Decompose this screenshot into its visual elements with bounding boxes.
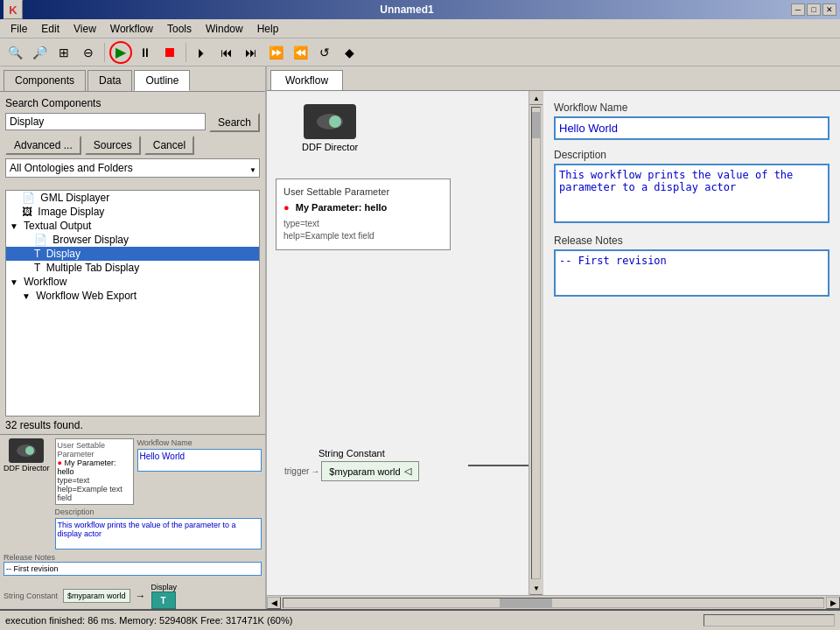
search-input[interactable] bbox=[5, 113, 206, 130]
workflow-release-textarea[interactable]: -- First revision bbox=[554, 249, 830, 297]
string-constant-actor[interactable]: String Constant trigger → $myparam world… bbox=[284, 448, 419, 481]
param-title: User Settable Parameter bbox=[284, 186, 443, 197]
workflow-desc-label: Description bbox=[554, 149, 830, 161]
connection-line bbox=[468, 465, 528, 466]
menu-view[interactable]: View bbox=[66, 21, 103, 37]
step-forward-button[interactable]: ⏵ bbox=[191, 41, 214, 64]
workflow-tabs: Workflow bbox=[267, 66, 840, 91]
param-name-row: ● My Parameter: hello bbox=[284, 202, 443, 213]
scroll-left-button[interactable]: ◀ bbox=[267, 597, 281, 609]
sources-button[interactable]: Sources bbox=[85, 136, 141, 155]
scroll-down-button[interactable]: ▼ bbox=[529, 581, 543, 595]
stop-button[interactable]: ⏹ bbox=[158, 41, 181, 64]
ddf-director-actor[interactable]: DDF Director bbox=[302, 104, 358, 152]
search-area: Search Components Search Advanced ... So… bbox=[0, 92, 265, 190]
scroll-right-button[interactable]: ▶ bbox=[826, 597, 840, 609]
tree-item-browser[interactable]: 📄 Browser Display bbox=[6, 233, 259, 247]
toggle-workflow: ▼ bbox=[10, 277, 18, 287]
tab-components[interactable]: Components bbox=[4, 70, 86, 91]
preview-param-row: User Settable Parameter ● My Parameter: … bbox=[55, 438, 262, 505]
workflow-content: DDF Director User Settable Parameter ● M… bbox=[267, 91, 840, 595]
window-controls: ─ □ ✕ bbox=[791, 4, 836, 16]
tree-item-workflow[interactable]: ▼ Workflow bbox=[6, 275, 259, 289]
window-title: Unnamed1 bbox=[23, 4, 791, 16]
display-icon: T bbox=[34, 248, 40, 260]
component-tabs: Components Data Outline bbox=[0, 66, 265, 92]
ontology-dropdown[interactable]: All Ontologies and Folders bbox=[5, 158, 260, 178]
diamond-button[interactable]: ◆ bbox=[338, 41, 360, 64]
toggle-textual: ▼ bbox=[10, 221, 18, 231]
fit-button[interactable]: ⊞ bbox=[52, 41, 75, 64]
scroll-up-button[interactable]: ▲ bbox=[529, 91, 543, 105]
mini-ddf-label: DDF Director bbox=[4, 464, 50, 472]
ff-button[interactable]: ⏩ bbox=[264, 41, 287, 64]
cancel-button[interactable]: Cancel bbox=[144, 136, 194, 155]
connection-arrow: ▶ bbox=[468, 458, 528, 472]
main-container: Components Data Outline Search Component… bbox=[0, 66, 840, 609]
scroll-thumb[interactable] bbox=[532, 112, 540, 138]
status-text: execution finished: 86 ms. Memory: 52940… bbox=[5, 615, 704, 626]
maximize-button[interactable]: □ bbox=[807, 4, 821, 16]
tree-item-workflow-web[interactable]: ▼ Workflow Web Export bbox=[6, 289, 259, 303]
loop-button[interactable]: ↺ bbox=[313, 41, 336, 64]
vertical-scrollbar[interactable]: ▲ ▼ bbox=[528, 91, 542, 595]
workflow-canvas: DDF Director User Settable Parameter ● M… bbox=[267, 91, 528, 595]
zoom-in-button[interactable]: 🔍 bbox=[4, 41, 26, 64]
zoom-out-button[interactable]: 🔎 bbox=[28, 41, 51, 64]
mini-arrow-icon: → bbox=[136, 590, 146, 602]
horizontal-scrollbar[interactable]: ◀ ▶ bbox=[267, 595, 840, 609]
menu-file[interactable]: File bbox=[4, 21, 34, 37]
mini-display-label: Display bbox=[151, 583, 178, 592]
search-label: Search Components bbox=[5, 97, 260, 109]
pause-button[interactable]: ⏸ bbox=[134, 41, 157, 64]
tree-item-gml[interactable]: 📄 GML Displayer bbox=[6, 191, 259, 205]
toolbar: 🔍 🔎 ⊞ ⊖ ▶ ⏸ ⏹ ⏵ ⏮ ⏭ ⏩ ⏪ ↺ ◆ bbox=[0, 38, 840, 66]
reduce-button[interactable]: ⊖ bbox=[77, 41, 100, 64]
menu-window[interactable]: Window bbox=[199, 21, 250, 37]
mini-name-value: Hello World bbox=[137, 449, 262, 472]
status-progress-bar bbox=[704, 614, 835, 626]
menu-bar: File Edit View Workflow Tools Window Hel… bbox=[0, 19, 840, 38]
workflow-props-panel: Workflow Name Description This workflow … bbox=[542, 91, 840, 595]
menu-edit[interactable]: Edit bbox=[34, 21, 66, 37]
menu-workflow[interactable]: Workflow bbox=[103, 21, 160, 37]
tree-item-image[interactable]: 🖼 Image Display bbox=[6, 205, 259, 219]
workflow-name-input[interactable] bbox=[554, 116, 830, 140]
k-logo[interactable]: K bbox=[4, 0, 23, 19]
mini-param-name: ● My Parameter: hello bbox=[58, 458, 131, 476]
scroll-track[interactable] bbox=[531, 107, 541, 579]
tree-item-textual[interactable]: ▼ Textual Output bbox=[6, 219, 259, 233]
tree-item-multitab[interactable]: T Multiple Tab Display bbox=[6, 261, 259, 275]
close-button[interactable]: ✕ bbox=[822, 4, 836, 16]
title-bar: K Unnamed1 ─ □ ✕ bbox=[0, 0, 840, 19]
component-tree[interactable]: 📄 GML Displayer 🖼 Image Display ▼ Textua… bbox=[5, 190, 260, 416]
rw-button[interactable]: ⏪ bbox=[289, 41, 312, 64]
workflow-desc-textarea[interactable]: This workflow prints the value of the pa… bbox=[554, 164, 830, 223]
go-end-button[interactable]: ⏭ bbox=[240, 41, 262, 64]
advanced-button[interactable]: Advanced ... bbox=[5, 136, 81, 155]
mini-string-box: $myparam world bbox=[63, 589, 130, 603]
h-scroll-track[interactable] bbox=[283, 598, 824, 608]
workflow-tab-main[interactable]: Workflow bbox=[270, 70, 343, 90]
menu-help[interactable]: Help bbox=[250, 21, 286, 37]
h-scroll-thumb[interactable] bbox=[500, 598, 552, 607]
toggle-workflow-web: ▼ bbox=[22, 291, 31, 301]
play-button[interactable]: ▶ bbox=[109, 41, 132, 64]
search-button[interactable]: Search bbox=[209, 113, 260, 132]
tab-outline[interactable]: Outline bbox=[134, 70, 190, 91]
mini-display-actor: Display T bbox=[151, 583, 178, 609]
menu-tools[interactable]: Tools bbox=[160, 21, 199, 37]
mini-name-label: Workflow Name bbox=[137, 438, 262, 447]
param-actor[interactable]: User Settable Parameter ● My Parameter: … bbox=[276, 178, 451, 250]
param-type: type=text bbox=[284, 219, 319, 228]
tree-item-display[interactable]: T Display bbox=[6, 247, 259, 261]
ddf-director-label: DDF Director bbox=[302, 142, 358, 152]
go-begin-button[interactable]: ⏮ bbox=[215, 41, 238, 64]
tab-data[interactable]: Data bbox=[88, 70, 132, 91]
string-port-icon: ◁ bbox=[404, 466, 411, 477]
minimize-button[interactable]: ─ bbox=[791, 4, 805, 16]
string-value-text: $myparam world bbox=[329, 466, 400, 477]
dropdown-container: All Ontologies and Folders ▼ bbox=[5, 158, 260, 181]
string-constant-label: String Constant bbox=[284, 448, 419, 458]
param-dot: ● bbox=[284, 202, 290, 213]
